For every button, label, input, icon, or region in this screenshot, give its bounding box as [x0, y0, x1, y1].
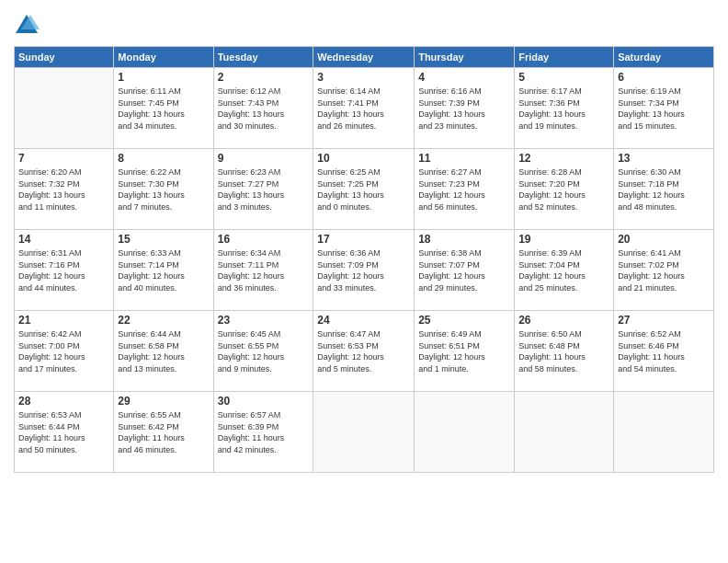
day-number: 22	[118, 314, 209, 327]
day-info: Sunrise: 6:17 AM Sunset: 7:36 PM Dayligh…	[518, 86, 609, 132]
table-row: 28Sunrise: 6:53 AM Sunset: 6:44 PM Dayli…	[15, 392, 114, 473]
day-number: 13	[618, 152, 710, 165]
table-row: 30Sunrise: 6:57 AM Sunset: 6:39 PM Dayli…	[213, 392, 313, 473]
day-number: 5	[518, 71, 609, 84]
day-number: 25	[418, 314, 510, 327]
table-row	[313, 392, 415, 473]
col-wednesday: Wednesday	[313, 47, 415, 68]
day-number: 24	[317, 314, 410, 327]
day-number: 2	[218, 71, 310, 84]
day-info: Sunrise: 6:19 AM Sunset: 7:34 PM Dayligh…	[618, 86, 710, 132]
table-row: 11Sunrise: 6:27 AM Sunset: 7:23 PM Dayli…	[415, 149, 515, 230]
day-number: 3	[317, 71, 410, 84]
day-number: 11	[418, 152, 510, 165]
day-number: 20	[618, 233, 710, 246]
day-info: Sunrise: 6:16 AM Sunset: 7:39 PM Dayligh…	[418, 86, 510, 132]
day-info: Sunrise: 6:12 AM Sunset: 7:43 PM Dayligh…	[218, 86, 310, 132]
table-row: 18Sunrise: 6:38 AM Sunset: 7:07 PM Dayli…	[415, 230, 515, 311]
logo-icon	[14, 13, 40, 39]
table-row: 20Sunrise: 6:41 AM Sunset: 7:02 PM Dayli…	[614, 230, 714, 311]
table-row: 13Sunrise: 6:30 AM Sunset: 7:18 PM Dayli…	[614, 149, 714, 230]
day-number: 16	[218, 233, 310, 246]
col-tuesday: Tuesday	[213, 47, 313, 68]
calendar-week-row: 7Sunrise: 6:20 AM Sunset: 7:32 PM Daylig…	[15, 149, 714, 230]
table-row: 29Sunrise: 6:55 AM Sunset: 6:42 PM Dayli…	[114, 392, 213, 473]
day-number: 27	[618, 314, 710, 327]
day-number: 12	[518, 152, 609, 165]
col-saturday: Saturday	[614, 47, 714, 68]
day-info: Sunrise: 6:20 AM Sunset: 7:32 PM Dayligh…	[18, 167, 109, 213]
day-info: Sunrise: 6:30 AM Sunset: 7:18 PM Dayligh…	[618, 167, 710, 213]
table-row	[15, 68, 114, 149]
col-thursday: Thursday	[415, 47, 515, 68]
table-row	[415, 392, 515, 473]
day-info: Sunrise: 6:31 AM Sunset: 7:16 PM Dayligh…	[18, 247, 109, 293]
day-info: Sunrise: 6:45 AM Sunset: 6:55 PM Dayligh…	[218, 328, 310, 374]
col-monday: Monday	[114, 47, 213, 68]
table-row	[515, 392, 614, 473]
day-number: 18	[418, 233, 510, 246]
table-row: 19Sunrise: 6:39 AM Sunset: 7:04 PM Dayli…	[515, 230, 614, 311]
table-row: 17Sunrise: 6:36 AM Sunset: 7:09 PM Dayli…	[313, 230, 415, 311]
day-number: 1	[118, 71, 209, 84]
table-row: 24Sunrise: 6:47 AM Sunset: 6:53 PM Dayli…	[313, 311, 415, 392]
calendar-week-row: 21Sunrise: 6:42 AM Sunset: 7:00 PM Dayli…	[15, 311, 714, 392]
table-row: 15Sunrise: 6:33 AM Sunset: 7:14 PM Dayli…	[114, 230, 213, 311]
table-row: 9Sunrise: 6:23 AM Sunset: 7:27 PM Daylig…	[213, 149, 313, 230]
table-row: 12Sunrise: 6:28 AM Sunset: 7:20 PM Dayli…	[515, 149, 614, 230]
day-number: 30	[218, 395, 310, 408]
table-row: 2Sunrise: 6:12 AM Sunset: 7:43 PM Daylig…	[213, 68, 313, 149]
day-info: Sunrise: 6:50 AM Sunset: 6:48 PM Dayligh…	[518, 328, 609, 374]
day-number: 23	[218, 314, 310, 327]
page-header	[14, 9, 714, 39]
day-number: 26	[518, 314, 609, 327]
day-number: 8	[118, 152, 209, 165]
day-number: 9	[218, 152, 310, 165]
day-number: 28	[18, 395, 109, 408]
day-info: Sunrise: 6:55 AM Sunset: 6:42 PM Dayligh…	[118, 409, 209, 455]
calendar-table: Sunday Monday Tuesday Wednesday Thursday…	[14, 46, 714, 473]
day-number: 6	[618, 71, 710, 84]
day-info: Sunrise: 6:42 AM Sunset: 7:00 PM Dayligh…	[18, 328, 109, 374]
day-info: Sunrise: 6:38 AM Sunset: 7:07 PM Dayligh…	[418, 247, 510, 293]
table-row: 1Sunrise: 6:11 AM Sunset: 7:45 PM Daylig…	[114, 68, 213, 149]
table-row: 10Sunrise: 6:25 AM Sunset: 7:25 PM Dayli…	[313, 149, 415, 230]
table-row: 22Sunrise: 6:44 AM Sunset: 6:58 PM Dayli…	[114, 311, 213, 392]
day-number: 15	[118, 233, 209, 246]
day-info: Sunrise: 6:28 AM Sunset: 7:20 PM Dayligh…	[518, 167, 609, 213]
calendar-header-row: Sunday Monday Tuesday Wednesday Thursday…	[15, 47, 714, 68]
calendar-week-row: 28Sunrise: 6:53 AM Sunset: 6:44 PM Dayli…	[15, 392, 714, 473]
day-info: Sunrise: 6:49 AM Sunset: 6:51 PM Dayligh…	[418, 328, 510, 374]
table-row: 21Sunrise: 6:42 AM Sunset: 7:00 PM Dayli…	[15, 311, 114, 392]
table-row	[614, 392, 714, 473]
day-number: 29	[118, 395, 209, 408]
day-info: Sunrise: 6:34 AM Sunset: 7:11 PM Dayligh…	[218, 247, 310, 293]
logo	[14, 13, 43, 39]
day-info: Sunrise: 6:52 AM Sunset: 6:46 PM Dayligh…	[618, 328, 710, 374]
table-row: 25Sunrise: 6:49 AM Sunset: 6:51 PM Dayli…	[415, 311, 515, 392]
day-info: Sunrise: 6:44 AM Sunset: 6:58 PM Dayligh…	[118, 328, 209, 374]
table-row: 23Sunrise: 6:45 AM Sunset: 6:55 PM Dayli…	[213, 311, 313, 392]
day-info: Sunrise: 6:39 AM Sunset: 7:04 PM Dayligh…	[518, 247, 609, 293]
calendar-week-row: 14Sunrise: 6:31 AM Sunset: 7:16 PM Dayli…	[15, 230, 714, 311]
day-info: Sunrise: 6:41 AM Sunset: 7:02 PM Dayligh…	[618, 247, 710, 293]
day-info: Sunrise: 6:22 AM Sunset: 7:30 PM Dayligh…	[118, 167, 209, 213]
table-row: 14Sunrise: 6:31 AM Sunset: 7:16 PM Dayli…	[15, 230, 114, 311]
day-number: 19	[518, 233, 609, 246]
day-info: Sunrise: 6:33 AM Sunset: 7:14 PM Dayligh…	[118, 247, 209, 293]
day-number: 21	[18, 314, 109, 327]
day-info: Sunrise: 6:53 AM Sunset: 6:44 PM Dayligh…	[18, 409, 109, 455]
day-info: Sunrise: 6:25 AM Sunset: 7:25 PM Dayligh…	[317, 167, 410, 213]
day-number: 7	[18, 152, 109, 165]
day-info: Sunrise: 6:36 AM Sunset: 7:09 PM Dayligh…	[317, 247, 410, 293]
day-number: 4	[418, 71, 510, 84]
day-number: 14	[18, 233, 109, 246]
table-row: 4Sunrise: 6:16 AM Sunset: 7:39 PM Daylig…	[415, 68, 515, 149]
table-row: 8Sunrise: 6:22 AM Sunset: 7:30 PM Daylig…	[114, 149, 213, 230]
table-row: 7Sunrise: 6:20 AM Sunset: 7:32 PM Daylig…	[15, 149, 114, 230]
table-row: 26Sunrise: 6:50 AM Sunset: 6:48 PM Dayli…	[515, 311, 614, 392]
col-sunday: Sunday	[15, 47, 114, 68]
day-number: 10	[317, 152, 410, 165]
table-row: 3Sunrise: 6:14 AM Sunset: 7:41 PM Daylig…	[313, 68, 415, 149]
table-row: 6Sunrise: 6:19 AM Sunset: 7:34 PM Daylig…	[614, 68, 714, 149]
